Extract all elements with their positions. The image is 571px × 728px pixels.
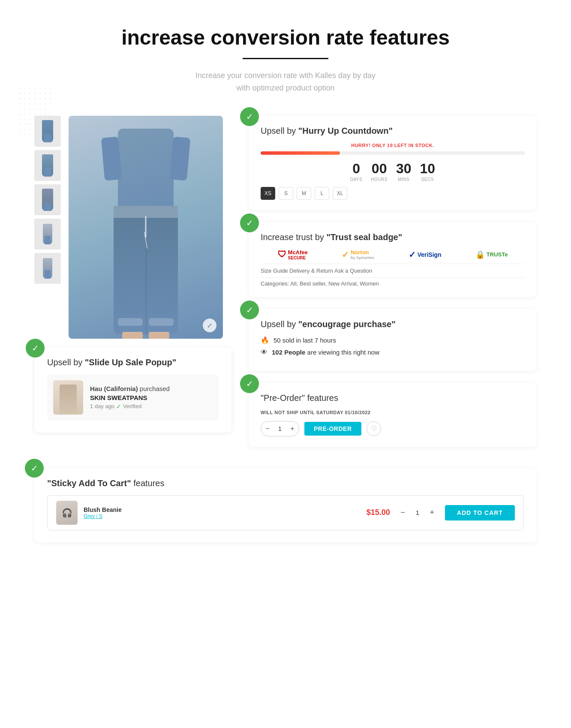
right-column: ✓ Upsell by "Hurry Up Countdown" HURRY! …: [249, 116, 537, 447]
countdown-hours: 00 HOURS: [371, 162, 388, 182]
sticky-qty-minus[interactable]: −: [397, 507, 409, 519]
slide-popup-badge: ✓: [26, 339, 45, 358]
sticky-cart-bar: 🎧 Blush Beanie Grey / S $15.00 − 1 + ADD…: [47, 495, 524, 530]
trust-badge-card: ✓ Increase trust by "Trust seal badge" 🛡…: [249, 222, 537, 297]
preorder-card: ✓ "Pre-Order" features WILL NOT SHIP UNT…: [249, 383, 537, 447]
encourage-item-sold: 🔥 50 sold in last 7 hours: [261, 336, 525, 344]
expand-icon[interactable]: ⤢: [203, 319, 216, 332]
encourage-item-viewing: 👁 102 People are viewing this right now: [261, 349, 525, 356]
sticky-cart-section: ✓ "Sticky Add To Cart" features 🎧 Blush …: [34, 468, 537, 542]
sticky-cart-title: "Sticky Add To Cart" features: [47, 478, 524, 488]
encourage-badge: ✓: [240, 301, 259, 319]
thumbnail-4[interactable]: [34, 219, 61, 250]
verisign-icon: ✓: [409, 250, 416, 260]
thumbnail-5[interactable]: [34, 253, 61, 284]
header-section: increase conversion rate features Increa…: [34, 26, 537, 94]
size-btn-xs[interactable]: XS: [261, 187, 275, 200]
preorder-controls: − 1 + PRE-ORDER ♡: [261, 421, 525, 436]
wishlist-button[interactable]: ♡: [367, 421, 381, 436]
popup-person-figure: [60, 385, 77, 415]
fire-icon: 🔥: [261, 336, 269, 344]
time-ago: 1 day ago ✓ Verified: [90, 403, 170, 410]
sticky-cart-controls: $15.00 − 1 + ADD TO CART: [367, 505, 515, 520]
slide-popup-title: Upsell by "Slide Up Sale Popup": [47, 358, 219, 367]
page-wrapper: increase conversion rate features Increa…: [0, 0, 571, 728]
popup-content: Hau (California) purchased SKIN SWEATPAN…: [47, 374, 219, 421]
hurry-label: HURRY! ONLY 19 LEFT IN STOCK.: [261, 143, 525, 148]
size-btn-xl[interactable]: XL: [333, 187, 347, 200]
countdown-days: 0 DAYS: [350, 162, 363, 182]
sticky-price: $15.00: [367, 508, 390, 517]
preorder-qty-plus[interactable]: +: [286, 421, 299, 436]
sticky-product-info: Blush Beanie Grey / S: [84, 506, 122, 519]
popup-product-name: SKIN SWEATPANS: [90, 394, 170, 401]
popup-info: Hau (California) purchased SKIN SWEATPAN…: [90, 385, 170, 410]
add-to-cart-button[interactable]: ADD TO CART: [445, 505, 515, 520]
sticky-qty-plus[interactable]: +: [426, 507, 438, 519]
countdown-row: 0 DAYS 00 HOURS 30 MINS 10 SECS: [261, 162, 525, 182]
stock-bar-fill: [261, 151, 340, 155]
preorder-badge: ✓: [240, 374, 259, 393]
truste-badge: 🔒 TRUSTe: [475, 250, 508, 259]
main-content: ⤢ ✓ Upsell by "Slide Up Sale Popup" Hau …: [34, 116, 537, 447]
title-divider: [243, 58, 328, 59]
mcafee-badge: 🛡 McAfee SECURE: [278, 249, 308, 260]
sticky-qty: − 1 +: [397, 507, 438, 519]
verified-icon: ✓: [116, 403, 121, 410]
size-options: XS S M L XL: [261, 187, 525, 200]
hurry-countdown-card: ✓ Upsell by "Hurry Up Countdown" HURRY! …: [249, 116, 537, 210]
buyer-name: Hau (California) purchased: [90, 385, 170, 392]
sticky-cart-badge: ✓: [25, 459, 44, 478]
preorder-qty-control: − 1 +: [261, 421, 299, 436]
trust-title: Increase trust by "Trust seal badge": [261, 232, 525, 242]
mcafee-icon: 🛡: [278, 250, 286, 259]
truste-icon: 🔒: [475, 250, 485, 259]
left-column: ⤢ ✓ Upsell by "Slide Up Sale Popup" Hau …: [34, 116, 231, 447]
preorder-qty-minus[interactable]: −: [261, 421, 274, 436]
sticky-product-title: Blush Beanie: [84, 506, 122, 513]
countdown-mins: 30 MINS: [396, 162, 412, 182]
thumbnail-3[interactable]: [34, 184, 61, 215]
product-main-image: ⤢: [69, 116, 223, 339]
verisign-badge: ✓ VeriSign: [409, 250, 442, 260]
preorder-button[interactable]: PRE-ORDER: [304, 422, 361, 436]
sticky-product-image: 🎧: [56, 501, 78, 525]
countdown-secs: 10 SECS: [420, 162, 436, 182]
subtitle: Increase your conversion rate with Kalle…: [34, 69, 537, 94]
size-btn-m[interactable]: M: [297, 187, 311, 200]
sticky-qty-value: 1: [413, 509, 422, 516]
size-btn-l[interactable]: L: [315, 187, 329, 200]
eye-icon: 👁: [261, 349, 267, 356]
trust-badges-row: 🛡 McAfee SECURE ✓ Norton: [261, 249, 525, 260]
product-meta: Size Guide Delivery & Return Ask a Quest…: [261, 264, 525, 278]
thumbnail-1[interactable]: [34, 116, 61, 147]
hurry-badge: ✓: [240, 107, 259, 126]
encourage-list: 🔥 50 sold in last 7 hours 👁 102 People a…: [261, 336, 525, 356]
product-thumbnails: [34, 116, 64, 284]
encourage-title: Upsell by "encougrage purchase": [261, 319, 525, 329]
norton-icon: ✓: [342, 250, 349, 260]
stock-bar: [261, 151, 525, 155]
sticky-product: 🎧 Blush Beanie Grey / S: [56, 501, 122, 525]
slide-popup: ✓ Upsell by "Slide Up Sale Popup" Hau (C…: [34, 347, 231, 433]
size-btn-s[interactable]: S: [279, 187, 293, 200]
preorder-title: "Pre-Order" features: [261, 393, 525, 403]
thumbnail-2[interactable]: [34, 150, 61, 181]
preorder-qty-value: 1: [274, 425, 286, 432]
sticky-product-variant[interactable]: Grey / S: [84, 513, 122, 519]
trust-badge-icon: ✓: [240, 214, 259, 232]
product-categories: Categories: All, Best seller, New Arriva…: [261, 280, 525, 287]
preorder-ship-label: WILL NOT SHIP UNTIL SATURDAY 01/10/2022: [261, 410, 525, 415]
hurry-title: Upsell by "Hurry Up Countdown": [261, 126, 525, 136]
figure-body: [94, 124, 197, 339]
encourage-card: ✓ Upsell by "encougrage purchase" 🔥 50 s…: [249, 309, 537, 371]
norton-badge: ✓ Norton by Symantec: [342, 249, 375, 260]
page-title: increase conversion rate features: [34, 26, 537, 49]
popup-product-image: [53, 380, 83, 415]
